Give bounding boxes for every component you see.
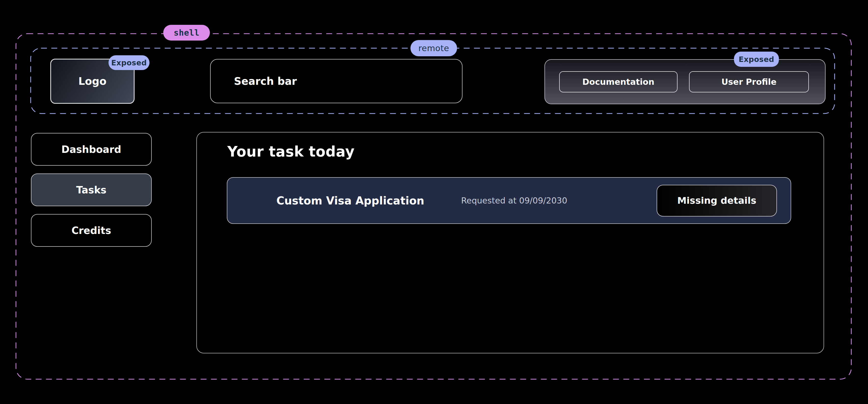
task-title: Custom Visa Application — [276, 194, 424, 207]
user-profile-button[interactable]: User Profile — [689, 71, 809, 92]
search-bar[interactable]: Search bar — [210, 59, 463, 103]
remote-badge: remote — [410, 40, 457, 56]
task-row[interactable]: Custom Visa Application Requested at 09/… — [227, 177, 791, 224]
exposed-badge-header: Exposed — [734, 52, 779, 67]
logo-label: Logo — [78, 75, 106, 87]
sidebar: Dashboard Tasks Credits — [31, 133, 152, 247]
header-nav-group: Documentation User Profile — [545, 59, 826, 104]
missing-details-button[interactable]: Missing details — [657, 185, 777, 217]
documentation-button[interactable]: Documentation — [559, 71, 678, 92]
task-requested-date: Requested at 09/09/2030 — [461, 196, 567, 205]
search-bar-label: Search bar — [234, 75, 297, 87]
shell-badge: shell — [163, 25, 210, 40]
sidebar-item-tasks[interactable]: Tasks — [31, 173, 152, 206]
page-title: Your task today — [227, 143, 355, 160]
main-panel: Your task today Custom Visa Application … — [196, 132, 824, 353]
shell-app-canvas: { "badges": { "shell": "shell", "remote"… — [0, 0, 868, 404]
exposed-badge-logo: Exposed — [108, 55, 150, 70]
sidebar-item-dashboard[interactable]: Dashboard — [31, 133, 152, 166]
sidebar-item-credits[interactable]: Credits — [31, 214, 152, 247]
